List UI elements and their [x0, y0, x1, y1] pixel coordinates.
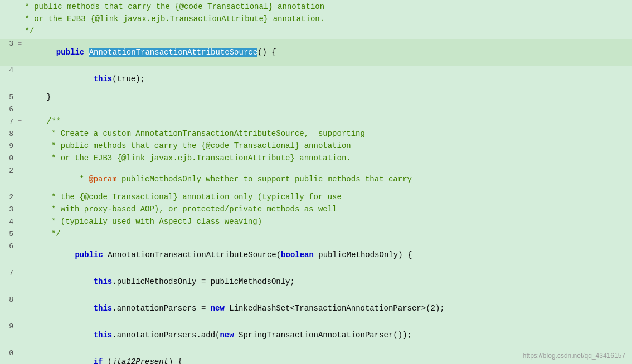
code-line: 4 this(true);	[0, 66, 632, 92]
line-number: 7	[0, 269, 18, 277]
line-number: 4	[0, 66, 18, 75]
code-line: 6 = public AnnotationTransactionAttribut…	[0, 242, 632, 268]
line-text: this(true);	[26, 66, 632, 92]
code-line: 9 * public methods that carry the {@code…	[0, 141, 632, 154]
line-number: 9	[0, 322, 18, 331]
code-line: 2 * @param publicMethodsOnly whether to …	[0, 166, 632, 193]
line-number: 3	[0, 40, 18, 48]
line-text: }	[26, 92, 632, 101]
code-line: 5 }	[0, 92, 632, 105]
line-number: 6	[0, 242, 18, 250]
line-text: this.annotationParsers = new LinkedHashS…	[26, 295, 632, 322]
line-number: 7	[0, 117, 18, 126]
code-line: 5 */	[0, 229, 632, 242]
line-number: 6	[0, 105, 18, 114]
line-number: 3	[0, 205, 18, 214]
code-line: 7 this.publicMethodsOnly = publicMethods…	[0, 268, 632, 295]
code-viewer: * public methods that carry the {@code T…	[0, 0, 632, 364]
code-line: 8 * Create a custom AnnotationTransactio…	[0, 129, 632, 141]
line-number: 0	[0, 349, 18, 357]
line-number: 0	[0, 154, 18, 163]
line-text: */	[26, 229, 632, 238]
code-line: 9 this.annotationParsers.add(new SpringT…	[0, 322, 632, 348]
line-text: * or the EJB3 {@link javax.ejb.Transacti…	[18, 14, 632, 23]
line-number: 2	[0, 193, 18, 201]
line-text: * (typically used with AspectJ class wea…	[26, 217, 632, 226]
line-text: * Create a custom AnnotationTransactionA…	[26, 129, 632, 138]
line-text: * the {@code Transactional} annotation o…	[26, 193, 632, 201]
line-text: /**	[26, 117, 632, 126]
line-number: 2	[0, 166, 18, 175]
code-line: 2 * the {@code Transactional} annotation…	[0, 193, 632, 205]
code-line: 0 * or the EJB3 {@link javax.ejb.Transac…	[0, 154, 632, 166]
line-number: 9	[0, 142, 18, 150]
line-text	[18, 105, 632, 114]
line-number: 8	[0, 296, 18, 304]
code-line: 3 * with proxy-based AOP), or protected/…	[0, 205, 632, 217]
code-line: 4 * (typically used with AspectJ class w…	[0, 217, 632, 229]
line-number: 8	[0, 130, 18, 138]
code-line: 6	[0, 105, 632, 117]
line-text: * with proxy-based AOP), or protected/pr…	[26, 205, 632, 214]
line-text: this.annotationParsers.add(new SpringTra…	[26, 322, 632, 348]
line-text: * public methods that carry the {@code T…	[18, 2, 632, 11]
line-text: public AnnotationTransactionAttributeSou…	[26, 242, 632, 268]
code-line: 7 = /**	[0, 117, 632, 129]
line-text: */	[18, 27, 632, 36]
line-number: 5	[0, 230, 18, 238]
line-number: 4	[0, 218, 18, 226]
code-line: * public methods that carry the {@code T…	[0, 2, 632, 14]
code-line: * or the EJB3 {@link javax.ejb.Transacti…	[0, 14, 632, 27]
line-text: this.publicMethodsOnly = publicMethodsOn…	[26, 268, 632, 295]
code-line-highlighted: 3 = public AnnotationTransactionAttribut…	[0, 39, 632, 66]
line-number: 5	[0, 93, 18, 101]
line-text: * @param publicMethodsOnly whether to su…	[26, 166, 632, 193]
watermark: https://blog.csdn.net/qq_43416157	[523, 352, 625, 360]
code-line: */	[0, 27, 632, 39]
code-line: 8 this.annotationParsers = new LinkedHas…	[0, 295, 632, 322]
line-text: public AnnotationTransactionAttributeSou…	[26, 39, 632, 66]
line-text: * or the EJB3 {@link javax.ejb.Transacti…	[26, 154, 632, 163]
line-text: * public methods that carry the {@code T…	[26, 141, 632, 150]
